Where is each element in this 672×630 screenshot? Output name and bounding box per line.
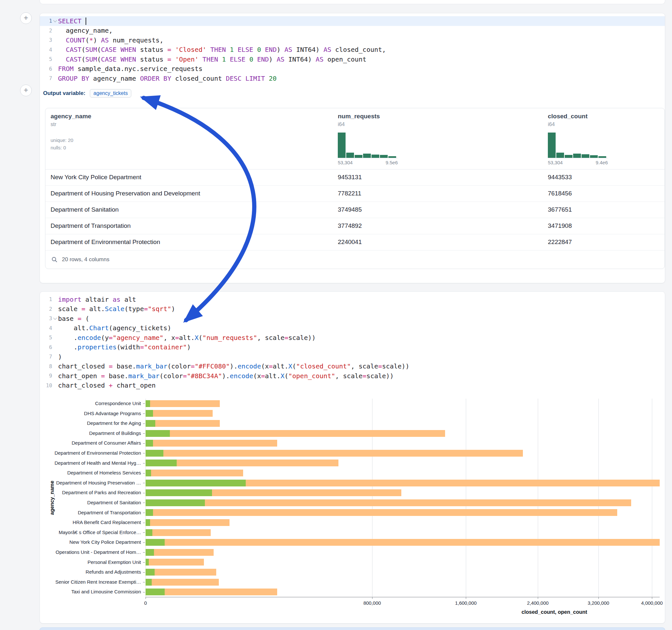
y-axis-label: Department of Housing Preservation … — [45, 478, 141, 488]
table-row[interactable]: New York City Police Department945313194… — [45, 169, 665, 186]
x-axis-label: 3,200,000 — [588, 600, 609, 606]
y-axis-tick — [143, 552, 145, 553]
x-axis-tick — [146, 597, 146, 599]
column-header-closed-count[interactable]: closed_count i64 53,304 9.4e6 — [548, 113, 665, 165]
histogram-bar — [363, 153, 371, 158]
code-text: chart_open = base.mark_bar(color="#8BC34… — [58, 372, 394, 380]
line-number: 4 — [40, 325, 52, 331]
code-line-3[interactable]: 3base = ( — [40, 314, 665, 323]
null-count: nulls: 0 — [51, 144, 338, 151]
code-line-9[interactable]: 9chart_open = base.mark_bar(color="#8BC3… — [40, 371, 665, 381]
line-number: 1 — [40, 18, 52, 24]
open_count-bar — [146, 529, 152, 536]
histogram-bar — [581, 154, 589, 158]
fold-caret-icon[interactable] — [53, 19, 57, 22]
histogram-bar — [371, 154, 379, 158]
code-line-5[interactable]: 5 .encode(y="agency_name", x=alt.X("num_… — [40, 333, 665, 343]
fold-toggle[interactable] — [52, 318, 58, 319]
histogram-bar — [548, 132, 556, 158]
closed_count-bar — [146, 519, 230, 526]
closed_count-bar — [146, 400, 220, 407]
output-variable-label: Output variable: — [43, 90, 85, 97]
line-number: 6 — [40, 344, 52, 350]
closed_count-bar — [146, 430, 445, 437]
code-line-4[interactable]: 4 CAST(SUM(CASE WHEN status = 'Closed' T… — [40, 45, 665, 55]
open_count-bar — [146, 430, 170, 437]
y-axis-tick — [143, 542, 145, 543]
mini-histogram — [548, 132, 608, 158]
line-number: 2 — [40, 28, 52, 34]
closed_count-bar — [146, 469, 243, 477]
sql-editor[interactable]: 1SELECT 2 agency_name,3 COUNT(*) AS num_… — [40, 13, 665, 83]
text-cursor — [86, 18, 86, 25]
open_count-bar — [146, 410, 153, 417]
add-cell-button[interactable]: + — [20, 12, 32, 24]
y-axis-label: Department of Environmental Protection — [45, 448, 141, 458]
line-number: 3 — [40, 37, 52, 43]
code-line-6[interactable]: 6FROM sample_data.nyc.service_requests — [40, 64, 665, 74]
code-line-1[interactable]: 1SELECT — [40, 16, 665, 26]
open_count-bar — [146, 549, 154, 556]
open_count-bar — [146, 519, 150, 526]
histogram-range: 53,304 9.5e6 — [338, 160, 398, 165]
num-requests-cell: 7782211 — [338, 190, 548, 197]
agency-name-cell: Department of Sanitation — [51, 206, 338, 213]
y-axis-label: Department of Homeless Services — [45, 468, 141, 478]
code-line-6[interactable]: 6 .properties(width="container") — [40, 343, 665, 352]
y-axis-tick — [143, 453, 145, 453]
open_count-bar — [146, 588, 165, 595]
code-line-7[interactable]: 7) — [40, 352, 665, 362]
table-body: New York City Police Department945313194… — [45, 169, 665, 250]
table-header: agency_name str unique: 20 nulls: 0 num_… — [45, 108, 665, 169]
code-line-10[interactable]: 10chart_closed + chart_open — [40, 381, 665, 390]
y-axis-tick — [143, 503, 145, 503]
unique-count: unique: 20 — [51, 137, 338, 144]
y-axis-label: Refunds and Adjustments — [45, 567, 141, 577]
add-cell-button[interactable]: + — [20, 84, 32, 96]
agency-name-cell: Department of Housing Preservation and D… — [51, 190, 338, 197]
x-gridline — [538, 398, 538, 597]
code-line-8[interactable]: 8chart_closed = base.mark_bar(color="#FF… — [40, 362, 665, 371]
code-text: FROM sample_data.nyc.service_requests — [58, 65, 202, 73]
y-axis-tick — [143, 413, 145, 414]
closed_count-bar — [146, 500, 631, 506]
closed_count-bar — [146, 549, 214, 556]
table-row[interactable]: Department of Environmental Protection22… — [45, 234, 665, 250]
closed_count-bar — [146, 410, 213, 417]
closed_count-bar — [146, 440, 277, 446]
histogram-bar — [573, 153, 581, 158]
code-line-7[interactable]: 7GROUP BY agency_name ORDER BY closed_co… — [40, 74, 665, 83]
mini-histogram — [338, 132, 398, 158]
fold-caret-icon[interactable] — [53, 316, 57, 320]
fold-toggle[interactable] — [52, 20, 58, 22]
search-icon[interactable] — [51, 256, 58, 263]
table-row[interactable]: Department of Transportation377489234719… — [45, 218, 665, 234]
column-header-num-requests[interactable]: num_requests i64 53,304 9.5e6 — [338, 113, 548, 165]
code-line-2[interactable]: 2 agency_name, — [40, 26, 665, 35]
x-axis-tick — [598, 597, 599, 599]
code-text: chart_closed + chart_open — [58, 382, 155, 389]
closed-count-cell: 9443533 — [548, 174, 665, 181]
open_count-bar — [146, 509, 153, 516]
y-axis-tick — [143, 443, 145, 444]
y-axis-label: Mayorâ€ s Office of Special Enforce… — [45, 528, 141, 538]
num-requests-cell: 9453131 — [338, 174, 548, 181]
table-row[interactable]: Department of Housing Preservation and D… — [45, 186, 665, 202]
y-axis-label: DHS Advantage Programs — [45, 409, 141, 419]
closed_count-bar — [146, 509, 617, 516]
results-table: agency_name str unique: 20 nulls: 0 num_… — [45, 108, 665, 269]
line-number: 10 — [40, 382, 52, 389]
output-variable-chip[interactable]: agency_tickets — [90, 89, 131, 98]
column-header-agency-name[interactable]: agency_name str unique: 20 nulls: 0 — [51, 113, 338, 165]
table-row[interactable]: Department of Sanitation37494853677651 — [45, 202, 665, 218]
y-axis-tick — [143, 513, 145, 513]
python-editor[interactable]: 1import altair as alt2scale = alt.Scale(… — [40, 292, 665, 390]
code-line-2[interactable]: 2scale = alt.Scale(type="sqrt") — [40, 304, 665, 314]
code-text: .properties(width="container") — [58, 343, 191, 351]
code-text: agency_name, — [58, 27, 113, 34]
code-line-1[interactable]: 1import altair as alt — [40, 295, 665, 304]
code-line-5[interactable]: 5 CAST(SUM(CASE WHEN status = 'Open' THE… — [40, 54, 665, 64]
y-axis-tick — [143, 404, 145, 404]
code-line-3[interactable]: 3 COUNT(*) AS num_requests, — [40, 35, 665, 45]
code-line-4[interactable]: 4 alt.Chart(agency_tickets) — [40, 323, 665, 333]
